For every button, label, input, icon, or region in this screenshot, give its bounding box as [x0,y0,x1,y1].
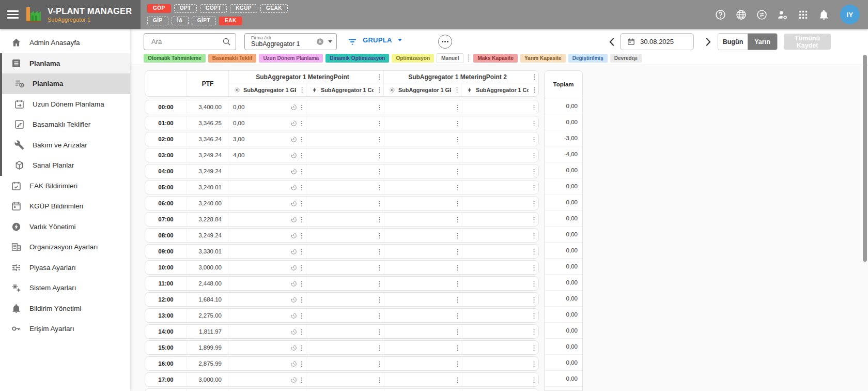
filter-chip[interactable]: Maks Kapasite [473,54,517,63]
mode-badge[interactable]: İA [172,17,189,25]
cell-con1[interactable]: ⋮ [306,181,384,194]
today-button[interactable]: Bugün [718,34,748,50]
cell-con1[interactable]: ⋮ [306,261,384,274]
cell-con1[interactable]: ⋮ [306,357,384,370]
filter-chip[interactable]: Manuel [437,53,463,63]
filter-chip[interactable]: Değiştirilmiş [568,54,608,63]
cell-ges2[interactable]: ⋮ [384,197,462,210]
tomorrow-button[interactable]: Yarın [748,34,777,50]
kebab-menu-icon[interactable]: ⋮ [531,200,537,207]
cell-con2[interactable]: ⋮ [462,357,538,370]
sidebar-item-11[interactable]: Piyasa Ayarları [0,258,130,278]
kebab-menu-icon[interactable]: ⋮ [298,232,304,239]
kebab-menu-icon[interactable]: ⋮ [531,104,537,111]
sidebar-item-10[interactable]: Organizasyon Ayarları [0,237,130,258]
mode-badge[interactable]: GÖPT [200,4,227,13]
kebab-menu-icon[interactable]: ⋮ [531,86,537,93]
cell-ges1[interactable]: ⋮ [228,261,306,274]
filter-chip[interactable]: Basamaklı Teklif [208,54,257,63]
kebab-menu-icon[interactable]: ⋮ [531,296,537,303]
cell-con2[interactable]: ⋮ [462,213,538,226]
kebab-menu-icon[interactable]: ⋮ [298,136,304,143]
cell-ges2[interactable]: ⋮ [384,100,462,114]
cell-con2[interactable]: ⋮ [462,181,538,194]
kebab-menu-icon[interactable]: ⋮ [376,104,382,111]
kebab-menu-icon[interactable]: ⋮ [454,216,460,223]
sidebar-item-13[interactable]: Bildirim Yönetimi [0,298,130,319]
cell-ges1[interactable]: 0,00⋮ [228,116,306,130]
cell-ges1[interactable]: 3,00⋮ [228,132,306,146]
kebab-menu-icon[interactable]: ⋮ [376,248,382,255]
cell-ges1[interactable]: 0,00⋮ [228,100,306,114]
kebab-menu-icon[interactable]: ⋮ [298,296,304,303]
kebab-menu-icon[interactable]: ⋮ [454,152,460,159]
filter-chip[interactable]: Optimizasyon [392,54,434,63]
kebab-menu-icon[interactable]: ⋮ [376,152,382,159]
cell-ges2[interactable]: ⋮ [384,277,462,290]
mode-badge[interactable]: GİPT [192,17,216,25]
swap-horizontal-button[interactable] [756,9,768,21]
cell-ges2[interactable]: ⋮ [384,245,462,258]
kebab-menu-icon[interactable]: ⋮ [531,216,537,223]
kebab-menu-icon[interactable]: ⋮ [376,86,382,93]
cell-ges1[interactable]: ⋮ [228,164,306,178]
save-all-button[interactable]: Tümünü Kaydet [784,34,831,50]
filter-chip[interactable]: Yarım Kapasite [520,54,566,63]
cell-con1[interactable]: ⋮ [306,341,384,354]
search-input[interactable] [150,37,222,46]
cell-ges2[interactable]: ⋮ [384,341,462,354]
kebab-menu-icon[interactable]: ⋮ [298,344,304,351]
cell-con1[interactable]: ⋮ [306,325,384,338]
cell-ges1[interactable]: ⋮ [228,277,306,290]
kebab-menu-icon[interactable]: ⋮ [298,377,304,383]
kebab-menu-icon[interactable]: ⋮ [531,232,537,239]
kebab-menu-icon[interactable]: ⋮ [376,232,382,239]
kebab-menu-icon[interactable]: ⋮ [531,184,537,191]
user-settings-button[interactable] [777,9,788,21]
cell-con1[interactable]: ⋮ [306,309,384,322]
kebab-menu-icon[interactable]: ⋮ [454,280,460,287]
mode-badge[interactable]: GEAK [260,4,288,13]
kebab-menu-icon[interactable]: ⋮ [376,344,382,351]
globe-button[interactable] [735,9,747,21]
cell-con2[interactable]: ⋮ [462,229,538,242]
cell-con1[interactable]: ⋮ [306,148,384,162]
cell-ges1[interactable]: 4,00⋮ [228,148,306,162]
hamburger-menu-icon[interactable] [7,8,20,21]
cell-ges1[interactable]: ⋮ [228,325,306,338]
kebab-menu-icon[interactable]: ⋮ [298,184,304,191]
mode-badge[interactable]: EAK [219,17,242,25]
kebab-menu-icon[interactable]: ⋮ [531,377,537,383]
kebab-menu-icon[interactable]: ⋮ [454,248,460,255]
mode-badge[interactable]: GÖP [147,4,171,13]
kebab-menu-icon[interactable]: ⋮ [531,360,537,367]
kebab-menu-icon[interactable]: ⋮ [376,280,382,287]
sidebar-item-0[interactable]: Admin Anasayfa [0,33,130,53]
kebab-menu-icon[interactable]: ⋮ [531,280,537,287]
cell-con1[interactable]: ⋮ [306,293,384,306]
kebab-menu-icon[interactable]: ⋮ [454,86,460,93]
cell-con2[interactable]: ⋮ [462,132,538,146]
kebab-menu-icon[interactable]: ⋮ [376,73,382,80]
kebab-menu-icon[interactable]: ⋮ [376,296,382,303]
cell-con1[interactable]: ⋮ [306,229,384,242]
kebab-menu-icon[interactable]: ⋮ [298,104,304,111]
next-day-button[interactable] [702,36,714,48]
cell-con2[interactable]: ⋮ [462,325,538,338]
kebab-menu-icon[interactable]: ⋮ [376,360,382,367]
sidebar-item-9[interactable]: Varlık Yönetimi [0,217,130,237]
kebab-menu-icon[interactable]: ⋮ [531,248,537,255]
kebab-menu-icon[interactable]: ⋮ [454,120,460,127]
cell-ges2[interactable]: ⋮ [384,132,462,146]
cell-ges2[interactable]: ⋮ [384,213,462,226]
cell-con2[interactable]: ⋮ [462,293,538,306]
cell-con1[interactable]: ⋮ [306,197,384,210]
cell-con2[interactable]: ⋮ [462,116,538,130]
cell-ges2[interactable]: ⋮ [384,293,462,306]
vertical-scrollbar[interactable] [863,55,867,262]
kebab-menu-icon[interactable]: ⋮ [376,136,382,143]
cell-con1[interactable]: ⋮ [306,213,384,226]
group-button[interactable]: GRUPLA [363,36,402,44]
kebab-menu-icon[interactable]: ⋮ [376,312,382,319]
cell-ges2[interactable]: ⋮ [384,164,462,178]
